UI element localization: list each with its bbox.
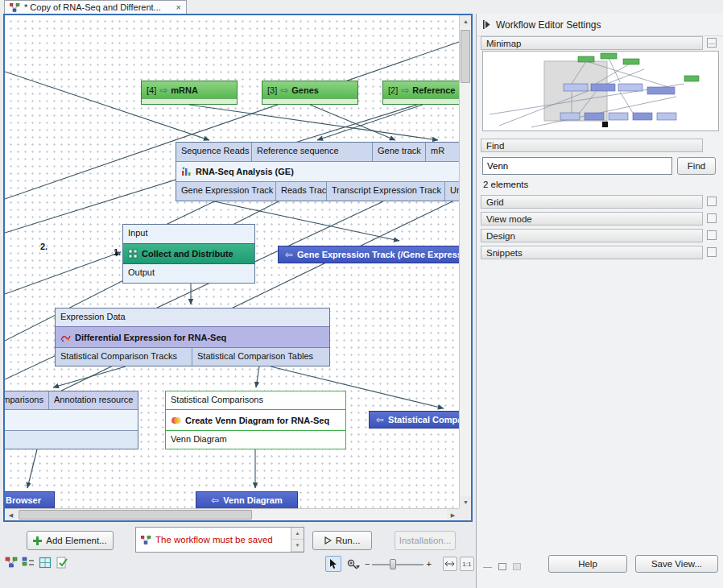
grid-view-icon[interactable] — [39, 557, 52, 569]
minimap[interactable] — [482, 51, 719, 131]
scrollbar-corner — [459, 508, 471, 520]
edge-order-label: 1. — [114, 247, 121, 257]
node-title: Collect and Distribute — [142, 249, 233, 259]
status-scroll-down-icon[interactable]: ▼ — [291, 540, 304, 552]
node-create-venn-diagram[interactable]: Statistical Comparisons Create Venn Diag… — [165, 391, 346, 449]
port-gene-track[interactable]: Gene track — [373, 143, 426, 161]
iobox-gene-expression-track[interactable]: ⇦ Gene Expression Track (/Gene Expressio… — [278, 246, 471, 263]
expand-icon[interactable] — [707, 197, 717, 206]
zoom-out-label[interactable]: − — [365, 559, 370, 569]
scroll-left-icon[interactable]: ◀ — [5, 509, 17, 521]
panel-toggle-icon[interactable] — [483, 20, 490, 29]
workflow-editor-settings-panel: Workflow Editor Settings Minimap — — [476, 14, 723, 588]
section-label: Find — [486, 141, 504, 151]
horizontal-scroll-thumb[interactable] — [19, 510, 252, 520]
section-header-snippets[interactable]: Snippets — [481, 246, 703, 259]
zoom-in-label[interactable]: + — [426, 559, 431, 569]
panel-view-controls: — — [483, 561, 521, 571]
section-header-design[interactable]: Design — [481, 229, 703, 242]
port-comparisons[interactable]: mparisons — [3, 391, 49, 409]
port-output[interactable]: Output — [123, 264, 254, 283]
run-button[interactable]: Run... — [312, 531, 372, 550]
dock-panel-icon[interactable] — [513, 563, 521, 570]
float-panel-icon[interactable] — [498, 563, 506, 570]
io-arrow-icon: ⇦ — [211, 495, 219, 505]
node-differential-expression[interactable]: Expression Data Differential Expression … — [55, 308, 330, 366]
port-statistical-comparisons[interactable]: Statistical Comparisons — [166, 391, 345, 409]
collapse-icon[interactable]: — — [707, 38, 717, 48]
section-header-view-mode[interactable]: View mode — [481, 212, 703, 226]
cursor-icon — [329, 559, 337, 569]
find-button[interactable]: Find — [677, 157, 716, 175]
workflow-status-box[interactable]: The workflow must be saved ▲ ▼ — [135, 527, 304, 553]
actual-size-button[interactable]: 1:1 — [460, 557, 474, 571]
workflow-output-genes[interactable]: [3] ⇨ Genes — [262, 81, 358, 105]
iobox-browser[interactable]: Browser — [3, 491, 55, 509]
vertical-scroll-thumb[interactable] — [461, 30, 470, 83]
port-venn-diagram[interactable]: Venn Diagram — [166, 431, 345, 449]
port-clipped[interactable] — [3, 431, 138, 449]
workflow-view-icon[interactable] — [5, 557, 18, 569]
iobox-statistical-comparisons[interactable]: ⇦ Statistical Compa — [369, 411, 473, 429]
scroll-up-icon[interactable]: ▲ — [460, 15, 472, 27]
node-rnaseq-analysis[interactable]: Sequence Reads Reference sequence Gene t… — [176, 142, 473, 201]
tab-workflow-editor[interactable]: * Copy of RNA-Seq and Different... × — [4, 0, 187, 14]
fit-width-button[interactable] — [443, 557, 457, 571]
minimize-panel-icon[interactable]: — — [483, 561, 492, 571]
port-statistical-comparison-tables[interactable]: Statistical Comparison Tables — [192, 348, 329, 366]
tab-title: * Copy of RNA-Seq and Different... — [24, 2, 161, 12]
zoom-slider-handle[interactable] — [390, 559, 396, 569]
vertical-scrollbar[interactable]: ▲ ▼ — [459, 15, 471, 508]
io-arrow-icon: ⇦ — [376, 415, 384, 424]
run-icon — [324, 536, 332, 545]
expand-icon[interactable] — [707, 247, 717, 257]
port-statistical-comparison-tracks[interactable]: Statistical Comparison Tracks — [56, 348, 192, 366]
node-left-partial[interactable]: mparisons Annotation resource — [3, 391, 138, 449]
expand-icon[interactable] — [707, 230, 717, 240]
zoom-tool-button[interactable] — [344, 556, 362, 572]
workflow-list-view-icon[interactable] — [22, 557, 35, 569]
section-label: View mode — [486, 214, 532, 224]
collect-distribute-icon — [128, 249, 138, 259]
section-header-minimap[interactable]: Minimap — [481, 36, 703, 50]
find-input[interactable] — [482, 157, 672, 175]
find-results: 2 elements — [483, 180, 528, 189]
dropdown-caret-icon — [356, 565, 360, 569]
iobox-label: Browser — [6, 495, 41, 505]
pointer-tool-button[interactable] — [325, 556, 341, 572]
node-title-clipped — [3, 409, 138, 431]
section-header-find[interactable]: Find — [481, 139, 703, 152]
workflow-output-mrna[interactable]: [4] ⇨ mRNA — [141, 81, 238, 105]
workflow-status-icon — [141, 536, 151, 545]
actual-size-label: 1:1 — [462, 561, 471, 568]
node-collect-distribute[interactable]: Input Collect and Distribute Output — [122, 224, 255, 284]
port-reference-sequence[interactable]: Reference sequence — [252, 143, 373, 161]
help-button[interactable]: Help — [548, 555, 627, 573]
scroll-right-icon[interactable]: ▶ — [447, 509, 459, 521]
status-message: The workflow must be saved — [155, 535, 287, 545]
zoom-slider[interactable] — [372, 558, 423, 569]
expand-icon[interactable] — [707, 213, 717, 223]
tab-close-icon[interactable]: × — [176, 3, 181, 12]
scroll-down-icon[interactable]: ▼ — [460, 496, 472, 508]
port-gene-expression-track[interactable]: Gene Expression Track — [176, 182, 276, 201]
port-transcript-expression-track[interactable]: Transcript Expression Track — [327, 182, 445, 201]
port-reads-track[interactable]: Reads Track — [276, 182, 327, 201]
horizontal-scrollbar[interactable]: ◀ ▶ — [5, 508, 459, 520]
validate-view-icon[interactable] — [56, 557, 68, 569]
add-element-label: Add Element... — [46, 536, 106, 545]
port-input[interactable]: Input — [123, 225, 254, 243]
iobox-label: Venn Diagram — [223, 495, 282, 505]
output-label: mRNA — [171, 85, 198, 95]
port-annotation-resource[interactable]: Annotation resource — [49, 391, 138, 409]
port-expression-data[interactable]: Expression Data — [56, 308, 329, 326]
port-sequence-reads[interactable]: Sequence Reads — [176, 143, 252, 161]
iobox-label: Gene Expression Track (/Gene Expression — [297, 250, 471, 259]
add-element-button[interactable]: Add Element... — [27, 531, 114, 550]
status-scroll-up-icon[interactable]: ▲ — [291, 528, 304, 540]
iobox-venn-diagram[interactable]: ⇦ Venn Diagram — [196, 491, 298, 509]
save-view-button[interactable]: Save View... — [635, 555, 718, 573]
section-header-grid[interactable]: Grid — [481, 195, 703, 209]
rnaseq-icon — [181, 167, 192, 176]
workflow-canvas[interactable]: 2. 1. [4] ⇨ mRNA [3] ⇨ Genes [2] ⇨ Refer… — [3, 14, 473, 522]
